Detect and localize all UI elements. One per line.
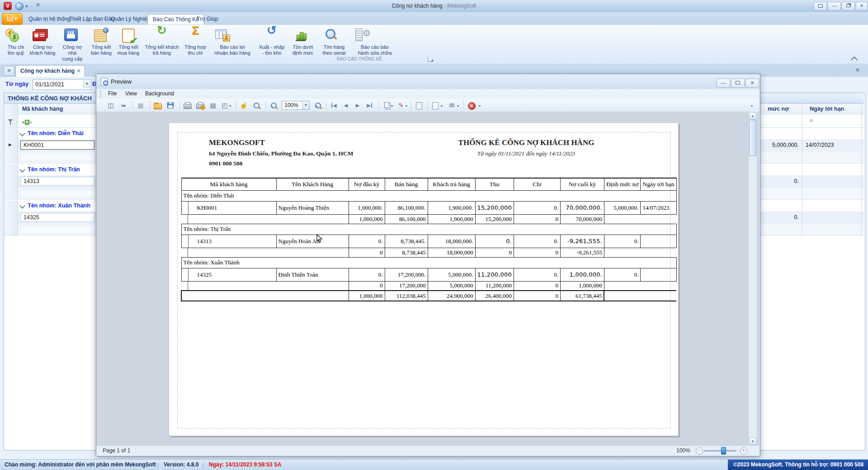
open-icon[interactable] [153, 101, 162, 110]
cell: -9,261,555. [560, 235, 604, 248]
page-color-dropdown-icon[interactable]: ▾ [406, 104, 407, 108]
page-color-icon[interactable]: ✎ [396, 101, 406, 110]
scale-icon[interactable]: ◰ [220, 101, 229, 110]
grid-cell-due[interactable]: 14/07/2023 [806, 142, 834, 148]
grid-cell-code[interactable]: 14313 [20, 177, 94, 186]
recycle-arrows-icon: ↻ [143, 28, 181, 43]
preview-close-button[interactable]: ✕ [745, 79, 759, 88]
group-collapse-icon[interactable] [19, 203, 25, 209]
grid-column-ngay-toi-han[interactable]: Ngày tới hạn [810, 104, 844, 114]
next-page-icon[interactable]: ▶ [353, 101, 362, 110]
maximize-button[interactable] [842, 2, 855, 10]
ribbon-tab-tro-giup[interactable]: Trợ Giúp [192, 14, 223, 24]
zoom-slider-track[interactable] [704, 450, 736, 451]
zoom-combobox[interactable]: 100% ▼ [282, 101, 310, 110]
ribbon-button-tong-ket-ban-hang[interactable]: Tổng kếtbán hàng [89, 27, 114, 60]
document-tab-cong-no-khach-hang[interactable]: Công nợ khách hàng ✕ [15, 65, 85, 77]
subtotal-cell: 11,200,000 [475, 281, 514, 291]
save-icon[interactable] [166, 101, 175, 110]
application-menu-button[interactable]: ▾ [2, 13, 23, 25]
zoom-slider-minus-icon[interactable]: − [696, 447, 703, 455]
ribbon-button-thu-chi-ton-quy[interactable]: €$ Thu chitồn quỹ [4, 27, 28, 60]
zoom-out-icon[interactable]: − [269, 101, 278, 110]
quick-print-icon[interactable] [196, 101, 205, 110]
preview-canvas[interactable]: MEKONGSOFT 64 Nguyễn Đình Chiểu, Phường … [96, 112, 759, 445]
hand-tool-icon[interactable]: ☝ [239, 101, 248, 110]
email-dropdown-icon[interactable]: ▾ [457, 104, 459, 108]
filter-equals-icon[interactable]: = [810, 118, 813, 124]
grand-total-cell: 1,000,000 [349, 291, 385, 301]
subtotal-cell: 0 [514, 281, 560, 291]
preview-minimize-button[interactable]: — [717, 79, 730, 88]
clipboard-check-icon: ✔ [116, 28, 141, 43]
preview-maximize-button[interactable] [731, 79, 745, 88]
ribbon-button-cong-no-khach-hang[interactable]: Công nợkhách hàng [29, 27, 56, 60]
watermark-icon[interactable] [415, 101, 424, 110]
from-date-dropdown-icon[interactable]: ▼ [83, 80, 90, 88]
ribbon-button-tong-hop-thu-chi[interactable]: Σ Tổng hợpthu chi [183, 27, 208, 60]
grid-column-ma-khach-hang[interactable]: Mã khách hàng [22, 104, 63, 114]
page-setup-icon[interactable]: ▤ [208, 101, 217, 110]
menu-background[interactable]: Background [142, 90, 177, 97]
report-detail-row: 14313Nguyễn Hoàn An 0.8,738,445. 18,000,… [181, 235, 676, 248]
cell: 0. [514, 268, 560, 281]
menu-view[interactable]: View [123, 90, 140, 97]
document-map-icon[interactable]: ◫ [106, 101, 115, 110]
ribbon-button-cong-no-nha-cung-cap[interactable]: Công nợ nhàcung cấp [58, 27, 87, 60]
grid-cell-code[interactable]: KH0001 [20, 141, 94, 150]
toolbar-overflow-icon[interactable]: ▾ [751, 104, 753, 108]
exit-preview-icon[interactable]: ✕ [467, 101, 476, 110]
group-dialog-launcher-icon[interactable] [428, 56, 433, 62]
zoom-slider-thumb[interactable] [721, 447, 726, 455]
tab-close-icon[interactable]: ✕ [76, 66, 81, 76]
exit-dropdown-icon[interactable]: ▾ [479, 104, 481, 108]
previous-page-icon[interactable]: ◀ [341, 101, 350, 110]
preview-toolbar: ◫ ∞ ▦ ▤ ◰ ▾ ☝ − 100% ▼ + ◀ ◀ [96, 99, 759, 112]
grid-column-dinh-muc-no-partial[interactable]: mức nợ [768, 104, 789, 114]
zoom-slider-plus-icon[interactable]: + [740, 447, 747, 455]
zoom-in-icon[interactable]: + [313, 101, 322, 110]
ribbon-button-tong-ket-mua-hang[interactable]: ✔ Tổng kếtmua hàng [116, 27, 141, 60]
group-collapse-icon[interactable] [19, 131, 25, 136]
scrollbar-thumb[interactable] [749, 120, 756, 156]
preview-scrollbar[interactable]: ▲ ▼ [748, 112, 757, 445]
tabstrip-close-button[interactable]: ✕ [4, 66, 14, 76]
grid-filter-indicator-cell [4, 115, 18, 128]
ribbon-button-ton-duoi-dinh-muc[interactable]: Tồn dướiđịnh mức [288, 27, 317, 60]
export-document-icon[interactable]: → [431, 101, 440, 110]
export-dropdown-icon[interactable]: ▾ [441, 104, 443, 108]
subtotal-cell: 17,200,000 [385, 281, 428, 291]
group-collapse-icon[interactable] [19, 167, 25, 173]
ribbon-button-xuat-nhap-ton-kho[interactable]: ↺ Xuất - nhập- tồn kho [257, 27, 287, 60]
factory-icon [58, 28, 87, 43]
scale-dropdown-icon[interactable]: ▾ [229, 104, 231, 108]
search-icon[interactable]: ∞ [119, 101, 128, 110]
minimize-button[interactable]: — [828, 2, 841, 10]
magnifier-tool-icon[interactable] [252, 101, 261, 110]
report-title: THỐNG KÊ CÔNG NỢ KHÁCH HÀNG [422, 138, 630, 147]
customize-grid-icon[interactable]: ▦ [136, 101, 145, 110]
zoom-dropdown-icon[interactable]: ▼ [302, 101, 309, 109]
scroll-down-icon[interactable]: ▼ [749, 437, 756, 445]
report-grand-total-row: 1,000,000112,038,445 24,900,00026,400,00… [181, 291, 676, 301]
ribbon-button-tong-ket-khach-tra-hang[interactable]: ↻ Tổng kết kháchtrả hàng [143, 27, 181, 60]
ribbon-button-bao-cao-loi-nhuan[interactable]: Σ Báo cáo lợinhuận bán hàng [210, 27, 255, 60]
scroll-up-icon[interactable]: ▲ [749, 112, 756, 119]
preview-titlebar[interactable]: Preview — ✕ [96, 74, 759, 89]
ribbon-button-tim-hang-theo-serial[interactable]: Tìm hàngtheo serial [319, 27, 349, 60]
ribbon-button-bao-cao-bao-hanh[interactable]: ⚙ Báo cáo bảohành sửa chữa [351, 27, 399, 60]
send-email-icon[interactable]: ✉ [447, 101, 456, 110]
multiple-pages-dropdown-icon[interactable]: ▾ [391, 104, 393, 108]
cell [641, 268, 676, 281]
menu-file[interactable]: File [105, 90, 119, 97]
close-button[interactable]: ✕ [856, 2, 868, 10]
first-page-icon[interactable]: ◀ [330, 101, 339, 110]
ribbon-collapse-icon[interactable] [851, 56, 858, 64]
print-icon[interactable] [183, 101, 192, 110]
grid-cell-code[interactable]: 14325 [20, 213, 94, 222]
last-page-icon[interactable]: ▶ [365, 101, 374, 110]
multiple-pages-icon[interactable] [382, 101, 391, 110]
from-date-input[interactable]: 01/11/2021 ▼ [33, 79, 91, 90]
tabstrip-right-close-icon[interactable]: ✕ [855, 67, 860, 73]
fullscreen-button[interactable] [814, 2, 827, 10]
